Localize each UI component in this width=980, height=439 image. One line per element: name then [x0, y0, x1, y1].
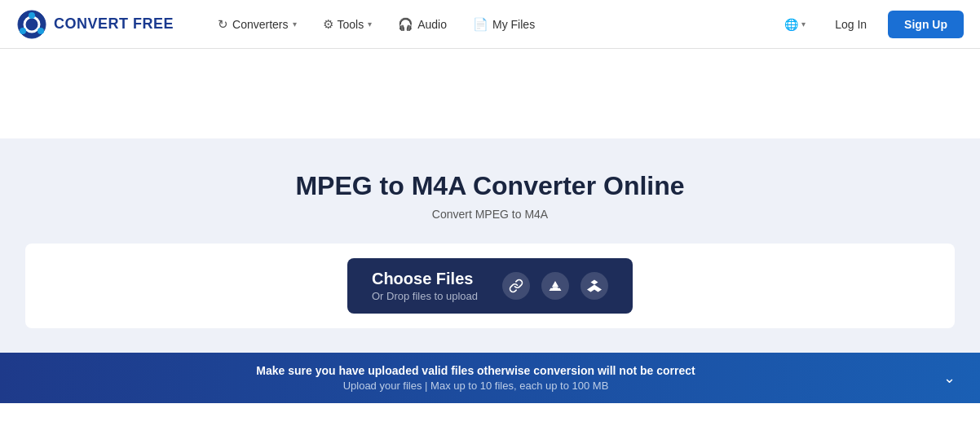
choose-files-label: Choose Files	[372, 270, 473, 288]
header: CONVERT FREE ↻ Converters ▾ ⚙ Tools ▾ 🎧 …	[0, 0, 980, 49]
nav-item-myfiles[interactable]: 📄 My Files	[461, 11, 546, 38]
main-content: MPEG to M4A Converter Online Convert MPE…	[0, 138, 980, 353]
converters-chevron-icon: ▾	[293, 20, 297, 29]
myfiles-icon: 📄	[473, 17, 488, 32]
drop-files-label: Or Drop files to upload	[372, 290, 478, 302]
logo[interactable]: CONVERT FREE	[16, 9, 174, 40]
logo-text: CONVERT FREE	[54, 15, 174, 33]
ad-banner-area	[0, 49, 980, 138]
page-subtitle: Convert MPEG to M4A	[432, 208, 548, 221]
dropbox-upload-icon[interactable]	[580, 272, 608, 300]
nav-item-audio[interactable]: 🎧 Audio	[386, 11, 458, 38]
choose-files-button[interactable]: Choose Files Or Drop files to upload	[347, 258, 633, 314]
upload-icons	[502, 272, 608, 300]
info-banner-chevron-icon[interactable]: ⌄	[935, 369, 964, 387]
header-actions: 🌐 ▾ Log In Sign Up	[776, 11, 964, 38]
choose-files-text: Choose Files Or Drop files to upload	[372, 270, 478, 302]
dropbox-icon	[587, 279, 602, 293]
converters-icon: ↻	[218, 17, 228, 32]
google-drive-upload-icon[interactable]	[541, 272, 569, 300]
svg-point-4	[38, 28, 44, 34]
converters-label: Converters	[232, 18, 288, 31]
info-banner-line1: Make sure you have uploaded valid files …	[16, 364, 935, 377]
globe-chevron-icon: ▾	[801, 20, 806, 29]
login-button[interactable]: Log In	[822, 11, 880, 37]
tools-icon: ⚙	[323, 17, 333, 32]
page-title: MPEG to M4A Converter Online	[295, 171, 684, 201]
info-banner-content: Make sure you have uploaded valid files …	[16, 364, 935, 392]
info-banner: Make sure you have uploaded valid files …	[0, 353, 980, 403]
link-icon	[509, 279, 523, 293]
language-selector[interactable]: 🌐 ▾	[776, 11, 814, 37]
tools-label: Tools	[338, 18, 364, 31]
main-nav: ↻ Converters ▾ ⚙ Tools ▾ 🎧 Audio 📄 My Fi…	[206, 11, 776, 38]
upload-box: Choose Files Or Drop files to upload	[25, 244, 955, 328]
globe-icon: 🌐	[784, 18, 798, 31]
link-upload-icon[interactable]	[502, 272, 530, 300]
svg-point-2	[29, 12, 35, 19]
nav-item-converters[interactable]: ↻ Converters ▾	[206, 11, 307, 38]
signup-button[interactable]: Sign Up	[888, 11, 964, 38]
nav-item-tools[interactable]: ⚙ Tools ▾	[311, 11, 384, 38]
audio-icon: 🎧	[398, 17, 413, 32]
audio-label: Audio	[417, 18, 447, 31]
logo-icon	[16, 9, 47, 40]
google-drive-icon	[548, 279, 563, 293]
tools-chevron-icon: ▾	[368, 20, 372, 29]
info-banner-line2: Upload your files | Max up to 10 files, …	[16, 380, 935, 392]
svg-point-3	[20, 28, 26, 34]
myfiles-label: My Files	[492, 18, 535, 31]
